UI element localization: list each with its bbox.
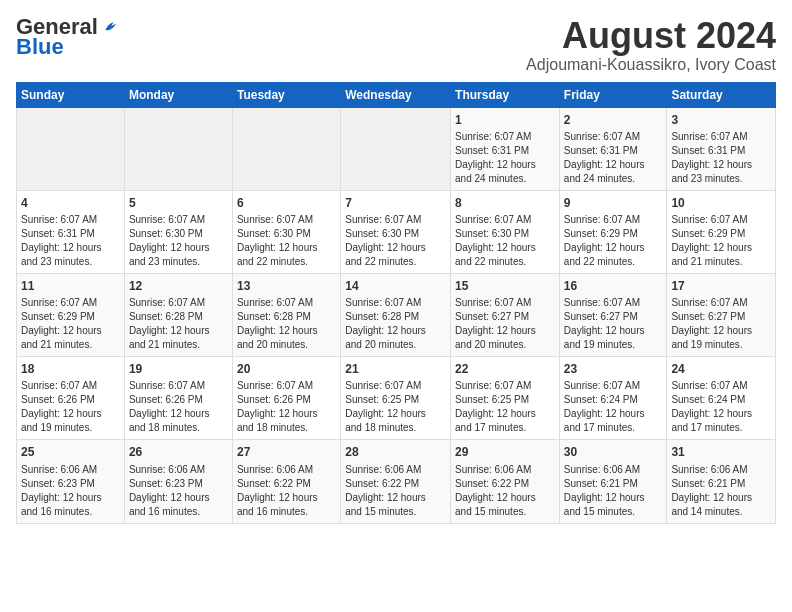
page-header: General Blue August 2024 Adjoumani-Kouas… [16,16,776,74]
day-info: Sunrise: 6:07 AM Sunset: 6:30 PM Dayligh… [345,213,446,269]
calendar-cell: 14Sunrise: 6:07 AM Sunset: 6:28 PM Dayli… [341,273,451,356]
calendar-header-thursday: Thursday [451,82,560,107]
calendar-header-row: SundayMondayTuesdayWednesdayThursdayFrid… [17,82,776,107]
day-info: Sunrise: 6:07 AM Sunset: 6:30 PM Dayligh… [129,213,228,269]
day-number: 30 [564,444,663,460]
calendar-week-row: 18Sunrise: 6:07 AM Sunset: 6:26 PM Dayli… [17,357,776,440]
day-info: Sunrise: 6:06 AM Sunset: 6:22 PM Dayligh… [455,463,555,519]
day-info: Sunrise: 6:07 AM Sunset: 6:30 PM Dayligh… [455,213,555,269]
day-info: Sunrise: 6:06 AM Sunset: 6:22 PM Dayligh… [345,463,446,519]
calendar-table: SundayMondayTuesdayWednesdayThursdayFrid… [16,82,776,524]
day-number: 4 [21,195,120,211]
calendar-cell: 2Sunrise: 6:07 AM Sunset: 6:31 PM Daylig… [559,107,667,190]
calendar-week-row: 1Sunrise: 6:07 AM Sunset: 6:31 PM Daylig… [17,107,776,190]
day-number: 13 [237,278,336,294]
day-number: 12 [129,278,228,294]
calendar-cell: 9Sunrise: 6:07 AM Sunset: 6:29 PM Daylig… [559,190,667,273]
calendar-cell: 17Sunrise: 6:07 AM Sunset: 6:27 PM Dayli… [667,273,776,356]
calendar-cell: 22Sunrise: 6:07 AM Sunset: 6:25 PM Dayli… [451,357,560,440]
day-number: 29 [455,444,555,460]
day-number: 24 [671,361,771,377]
day-number: 8 [455,195,555,211]
day-info: Sunrise: 6:07 AM Sunset: 6:26 PM Dayligh… [129,379,228,435]
day-info: Sunrise: 6:07 AM Sunset: 6:28 PM Dayligh… [345,296,446,352]
day-number: 18 [21,361,120,377]
calendar-cell [17,107,125,190]
calendar-cell: 10Sunrise: 6:07 AM Sunset: 6:29 PM Dayli… [667,190,776,273]
day-number: 23 [564,361,663,377]
day-info: Sunrise: 6:06 AM Sunset: 6:21 PM Dayligh… [564,463,663,519]
calendar-cell [232,107,340,190]
day-number: 11 [21,278,120,294]
calendar-cell: 30Sunrise: 6:06 AM Sunset: 6:21 PM Dayli… [559,440,667,523]
day-info: Sunrise: 6:06 AM Sunset: 6:23 PM Dayligh… [21,463,120,519]
day-number: 25 [21,444,120,460]
calendar-header-friday: Friday [559,82,667,107]
calendar-cell: 27Sunrise: 6:06 AM Sunset: 6:22 PM Dayli… [232,440,340,523]
day-number: 27 [237,444,336,460]
day-number: 2 [564,112,663,128]
calendar-cell [341,107,451,190]
calendar-week-row: 25Sunrise: 6:06 AM Sunset: 6:23 PM Dayli… [17,440,776,523]
day-info: Sunrise: 6:07 AM Sunset: 6:31 PM Dayligh… [671,130,771,186]
day-info: Sunrise: 6:07 AM Sunset: 6:29 PM Dayligh… [21,296,120,352]
calendar-cell: 1Sunrise: 6:07 AM Sunset: 6:31 PM Daylig… [451,107,560,190]
day-info: Sunrise: 6:06 AM Sunset: 6:21 PM Dayligh… [671,463,771,519]
day-number: 14 [345,278,446,294]
day-number: 6 [237,195,336,211]
day-number: 16 [564,278,663,294]
calendar-cell: 12Sunrise: 6:07 AM Sunset: 6:28 PM Dayli… [124,273,232,356]
title-area: August 2024 Adjoumani-Kouassikro, Ivory … [526,16,776,74]
day-number: 17 [671,278,771,294]
day-number: 1 [455,112,555,128]
calendar-cell: 11Sunrise: 6:07 AM Sunset: 6:29 PM Dayli… [17,273,125,356]
day-number: 3 [671,112,771,128]
day-info: Sunrise: 6:07 AM Sunset: 6:24 PM Dayligh… [564,379,663,435]
calendar-cell: 7Sunrise: 6:07 AM Sunset: 6:30 PM Daylig… [341,190,451,273]
logo: General Blue [16,16,120,60]
day-info: Sunrise: 6:07 AM Sunset: 6:24 PM Dayligh… [671,379,771,435]
day-number: 20 [237,361,336,377]
calendar-header-tuesday: Tuesday [232,82,340,107]
calendar-week-row: 4Sunrise: 6:07 AM Sunset: 6:31 PM Daylig… [17,190,776,273]
calendar-cell: 21Sunrise: 6:07 AM Sunset: 6:25 PM Dayli… [341,357,451,440]
calendar-cell: 5Sunrise: 6:07 AM Sunset: 6:30 PM Daylig… [124,190,232,273]
day-info: Sunrise: 6:07 AM Sunset: 6:31 PM Dayligh… [21,213,120,269]
calendar-cell: 8Sunrise: 6:07 AM Sunset: 6:30 PM Daylig… [451,190,560,273]
location-subtitle: Adjoumani-Kouassikro, Ivory Coast [526,56,776,74]
calendar-cell: 20Sunrise: 6:07 AM Sunset: 6:26 PM Dayli… [232,357,340,440]
calendar-cell: 29Sunrise: 6:06 AM Sunset: 6:22 PM Dayli… [451,440,560,523]
day-info: Sunrise: 6:07 AM Sunset: 6:31 PM Dayligh… [564,130,663,186]
month-year-title: August 2024 [526,16,776,56]
logo-blue: Blue [16,34,64,60]
calendar-cell: 15Sunrise: 6:07 AM Sunset: 6:27 PM Dayli… [451,273,560,356]
calendar-cell: 28Sunrise: 6:06 AM Sunset: 6:22 PM Dayli… [341,440,451,523]
calendar-cell [124,107,232,190]
calendar-header-sunday: Sunday [17,82,125,107]
calendar-cell: 23Sunrise: 6:07 AM Sunset: 6:24 PM Dayli… [559,357,667,440]
calendar-header-saturday: Saturday [667,82,776,107]
day-number: 10 [671,195,771,211]
calendar-cell: 13Sunrise: 6:07 AM Sunset: 6:28 PM Dayli… [232,273,340,356]
day-number: 5 [129,195,228,211]
day-number: 21 [345,361,446,377]
day-info: Sunrise: 6:07 AM Sunset: 6:27 PM Dayligh… [455,296,555,352]
calendar-cell: 18Sunrise: 6:07 AM Sunset: 6:26 PM Dayli… [17,357,125,440]
day-info: Sunrise: 6:07 AM Sunset: 6:29 PM Dayligh… [564,213,663,269]
day-info: Sunrise: 6:06 AM Sunset: 6:22 PM Dayligh… [237,463,336,519]
day-number: 31 [671,444,771,460]
day-info: Sunrise: 6:07 AM Sunset: 6:26 PM Dayligh… [237,379,336,435]
day-info: Sunrise: 6:07 AM Sunset: 6:30 PM Dayligh… [237,213,336,269]
day-info: Sunrise: 6:07 AM Sunset: 6:26 PM Dayligh… [21,379,120,435]
day-info: Sunrise: 6:07 AM Sunset: 6:25 PM Dayligh… [455,379,555,435]
day-info: Sunrise: 6:07 AM Sunset: 6:28 PM Dayligh… [129,296,228,352]
logo-bird-icon [100,17,120,37]
day-info: Sunrise: 6:07 AM Sunset: 6:27 PM Dayligh… [671,296,771,352]
day-number: 15 [455,278,555,294]
day-info: Sunrise: 6:07 AM Sunset: 6:27 PM Dayligh… [564,296,663,352]
calendar-cell: 31Sunrise: 6:06 AM Sunset: 6:21 PM Dayli… [667,440,776,523]
calendar-cell: 4Sunrise: 6:07 AM Sunset: 6:31 PM Daylig… [17,190,125,273]
day-number: 28 [345,444,446,460]
calendar-cell: 3Sunrise: 6:07 AM Sunset: 6:31 PM Daylig… [667,107,776,190]
day-number: 19 [129,361,228,377]
